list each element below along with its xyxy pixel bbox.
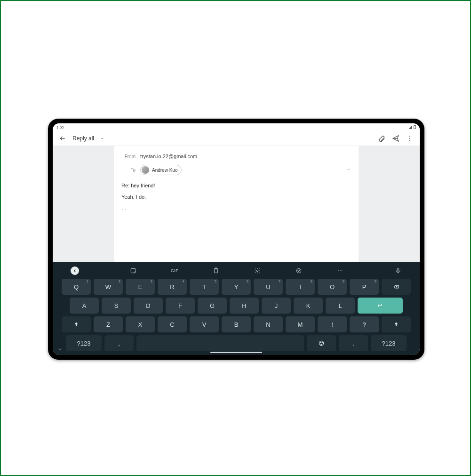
key-n[interactable]: N	[254, 316, 283, 332]
status-time: 1:00	[56, 125, 64, 129]
svg-point-13	[342, 270, 343, 271]
shift-right-key[interactable]	[382, 316, 411, 332]
to-row[interactable]: To Andrew Kuo	[121, 162, 351, 178]
app-toolbar: Reply all	[53, 131, 420, 146]
key-z[interactable]: Z	[94, 316, 123, 332]
svg-point-0	[409, 136, 410, 137]
svg-point-1	[409, 137, 410, 138]
key-bang[interactable]: !	[318, 316, 347, 332]
more-tools-icon[interactable]	[336, 267, 344, 274]
from-label: From	[121, 154, 136, 159]
tablet-frame: 1:00 Reply all	[48, 119, 424, 360]
send-icon[interactable]	[391, 134, 400, 143]
home-indicator[interactable]	[210, 352, 262, 353]
emoji-key[interactable]	[307, 335, 336, 351]
subject-field[interactable]: Re: hey friend!	[121, 178, 351, 191]
keyboard-toolbar: GIF	[66, 265, 407, 279]
key-u[interactable]: U7	[254, 279, 283, 295]
key-l[interactable]: L	[326, 298, 355, 314]
svg-point-7	[296, 268, 301, 273]
compose-card: From trystan.io.22@gmail.com To Andrew K…	[114, 146, 359, 262]
mic-icon[interactable]	[394, 267, 402, 274]
key-q[interactable]: Q1	[62, 279, 91, 295]
sticker-icon[interactable]	[129, 267, 137, 274]
key-y[interactable]: Y6	[222, 279, 251, 295]
more-icon[interactable]	[406, 134, 414, 143]
quoted-text-toggle[interactable]: …	[121, 202, 351, 211]
key-f[interactable]: F	[166, 298, 195, 314]
key-b[interactable]: B	[222, 316, 251, 332]
key-r[interactable]: R4	[158, 279, 187, 295]
gif-button[interactable]: GIF	[171, 267, 178, 274]
key-m[interactable]: M	[286, 316, 315, 332]
body-field[interactable]: Yeah, I do.	[121, 191, 351, 202]
back-icon[interactable]	[58, 134, 67, 143]
from-value: trystan.io.22@gmail.com	[140, 153, 197, 159]
symbols-left-key[interactable]: ?123	[66, 335, 102, 351]
key-s[interactable]: S	[102, 298, 131, 314]
wifi-icon	[409, 126, 412, 129]
backspace-key[interactable]	[382, 279, 411, 295]
settings-icon[interactable]	[254, 267, 261, 274]
expand-recipients-icon[interactable]	[346, 167, 351, 173]
svg-point-10	[298, 271, 299, 272]
svg-point-15	[319, 341, 323, 345]
key-p[interactable]: P0	[350, 279, 379, 295]
svg-point-9	[299, 270, 300, 270]
keyboard-back-icon[interactable]	[71, 266, 79, 275]
recipient-name: Andrew Kuo	[152, 168, 177, 173]
keyboard-collapse-icon[interactable]	[57, 347, 63, 353]
svg-point-8	[298, 270, 298, 270]
key-g[interactable]: G	[198, 298, 227, 314]
key-o[interactable]: O9	[318, 279, 347, 295]
svg-point-12	[340, 270, 341, 271]
svg-point-16	[320, 342, 321, 343]
key-question[interactable]: ?	[350, 316, 379, 332]
recipient-chip[interactable]: Andrew Kuo	[140, 165, 182, 175]
shift-left-key[interactable]	[62, 316, 91, 332]
symbols-right-key[interactable]: ?123	[371, 335, 407, 351]
avatar	[142, 166, 149, 174]
svg-point-17	[322, 342, 322, 343]
key-k[interactable]: K	[294, 298, 323, 314]
comma-key[interactable]: ,	[104, 335, 134, 351]
battery-icon	[414, 125, 416, 129]
status-bar: 1:00	[53, 123, 420, 131]
key-a[interactable]: A	[70, 298, 99, 314]
theme-icon[interactable]	[295, 267, 303, 274]
key-d[interactable]: D	[134, 298, 163, 314]
key-h[interactable]: H	[230, 298, 259, 314]
key-w[interactable]: W2	[94, 279, 123, 295]
screen: 1:00 Reply all	[53, 123, 420, 355]
attach-icon[interactable]	[377, 134, 386, 143]
svg-point-2	[409, 140, 410, 141]
svg-rect-14	[397, 268, 399, 271]
period-key[interactable]: .	[339, 335, 368, 351]
svg-point-6	[256, 270, 258, 272]
key-j[interactable]: J	[262, 298, 291, 314]
space-key[interactable]	[136, 335, 304, 351]
key-i[interactable]: I8	[286, 279, 315, 295]
reply-mode-dropdown-icon[interactable]	[100, 134, 104, 143]
to-label: To	[121, 168, 136, 173]
keyboard: GIF Q1W2E3R4T5Y6U7I8O9P0 ASDFGHJKL ZXCVB…	[53, 262, 420, 355]
key-v[interactable]: V	[190, 316, 219, 332]
key-x[interactable]: X	[126, 316, 155, 332]
svg-point-11	[338, 270, 339, 271]
compose-canvas: From trystan.io.22@gmail.com To Andrew K…	[53, 146, 420, 262]
toolbar-title: Reply all	[72, 135, 94, 142]
key-e[interactable]: E3	[126, 279, 155, 295]
enter-key[interactable]	[358, 298, 403, 314]
key-t[interactable]: T5	[190, 279, 219, 295]
key-c[interactable]: C	[158, 316, 187, 332]
clipboard-icon[interactable]	[212, 267, 220, 274]
from-row[interactable]: From trystan.io.22@gmail.com	[121, 151, 351, 162]
